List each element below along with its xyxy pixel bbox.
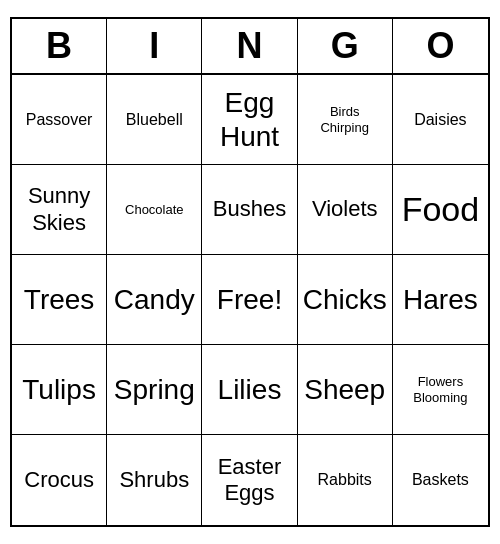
bingo-cell: Candy (107, 255, 202, 345)
header-letter: G (298, 19, 393, 73)
cell-text: FlowersBlooming (413, 374, 467, 405)
cell-text: Food (402, 189, 480, 230)
bingo-cell: Food (393, 165, 488, 255)
cell-text: Crocus (24, 467, 94, 493)
cell-text: Passover (26, 110, 93, 129)
cell-text: Tulips (22, 373, 96, 407)
bingo-cell: Chicks (298, 255, 393, 345)
header-letter: I (107, 19, 202, 73)
cell-text: Baskets (412, 470, 469, 489)
bingo-cell: Rabbits (298, 435, 393, 525)
cell-text: Bluebell (126, 110, 183, 129)
bingo-cell: Shrubs (107, 435, 202, 525)
cell-text: Sheep (304, 373, 385, 407)
bingo-cell: Spring (107, 345, 202, 435)
cell-text: SunnySkies (28, 183, 90, 236)
bingo-cell: Daisies (393, 75, 488, 165)
bingo-grid: PassoverBluebellEggHuntBirdsChirpingDais… (12, 75, 488, 525)
bingo-cell: FlowersBlooming (393, 345, 488, 435)
cell-text: Spring (114, 373, 195, 407)
cell-text: Lilies (218, 373, 282, 407)
cell-text: Trees (24, 283, 95, 317)
bingo-card: BINGO PassoverBluebellEggHuntBirdsChirpi… (10, 17, 490, 527)
bingo-cell: Crocus (12, 435, 107, 525)
bingo-cell: Trees (12, 255, 107, 345)
bingo-cell: Tulips (12, 345, 107, 435)
bingo-cell: BirdsChirping (298, 75, 393, 165)
cell-text: EggHunt (220, 86, 279, 153)
bingo-cell: Lilies (202, 345, 297, 435)
header-letter: O (393, 19, 488, 73)
cell-text: Chicks (303, 283, 387, 317)
bingo-cell: SunnySkies (12, 165, 107, 255)
bingo-cell: Sheep (298, 345, 393, 435)
bingo-cell: Chocolate (107, 165, 202, 255)
cell-text: Rabbits (318, 470, 372, 489)
bingo-cell: EasterEggs (202, 435, 297, 525)
cell-text: Candy (114, 283, 195, 317)
cell-text: Chocolate (125, 202, 184, 218)
bingo-cell: Bushes (202, 165, 297, 255)
cell-text: Violets (312, 196, 378, 222)
bingo-header: BINGO (12, 19, 488, 75)
cell-text: Daisies (414, 110, 466, 129)
bingo-cell: Violets (298, 165, 393, 255)
cell-text: BirdsChirping (320, 104, 368, 135)
cell-text: Bushes (213, 196, 286, 222)
bingo-cell: Baskets (393, 435, 488, 525)
bingo-cell: Free! (202, 255, 297, 345)
cell-text: Hares (403, 283, 478, 317)
bingo-cell: Passover (12, 75, 107, 165)
cell-text: EasterEggs (218, 454, 282, 507)
header-letter: B (12, 19, 107, 73)
cell-text: Shrubs (119, 467, 189, 493)
bingo-cell: Hares (393, 255, 488, 345)
bingo-cell: Bluebell (107, 75, 202, 165)
header-letter: N (202, 19, 297, 73)
bingo-cell: EggHunt (202, 75, 297, 165)
cell-text: Free! (217, 283, 282, 317)
